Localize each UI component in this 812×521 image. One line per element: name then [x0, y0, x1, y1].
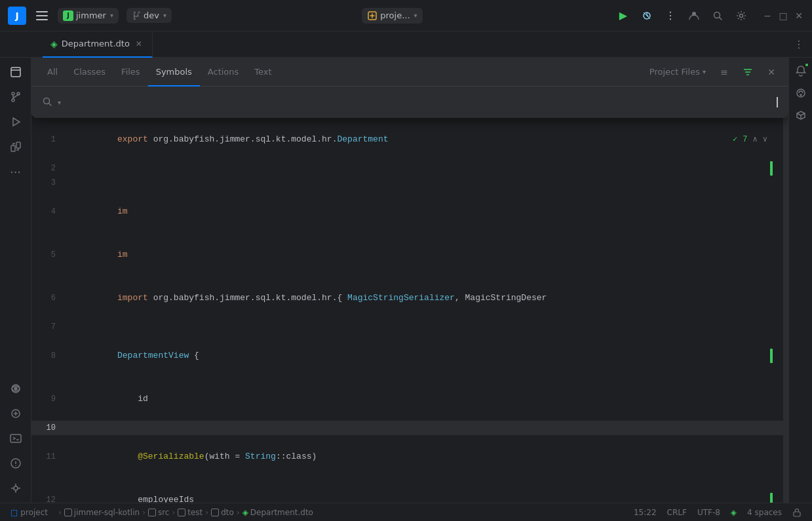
status-dto-icon-label: ◈ [731, 508, 737, 517]
filter-button[interactable] [739, 64, 757, 80]
status-project[interactable]: □ project [5, 503, 53, 522]
settings-button[interactable] [731, 5, 752, 26]
activity-bar: ··· [0, 58, 31, 503]
code-editor[interactable]: 1 export org.babyfish.jimmer.sql.kt.mode… [31, 58, 788, 503]
breadcrumb-file[interactable]: ◈ Department.dto [242, 508, 313, 517]
search-tabs: All Classes Files Symbols Actions Text [31, 58, 788, 87]
activity-git[interactable] [4, 476, 28, 500]
run-button[interactable]: ▶ [613, 5, 634, 26]
breadcrumb-sep-3: › [172, 508, 175, 517]
text-cursor [777, 97, 778, 107]
line-content-1: export org.babyfish.jimmer.sql.kt.model.… [66, 118, 389, 161]
hamburger-menu[interactable] [31, 5, 52, 26]
search-input-row: ▾ [31, 87, 788, 118]
search-button[interactable] [707, 5, 728, 26]
line-number-6: 6 [40, 291, 66, 305]
status-line-col[interactable]: 15:22 [628, 503, 662, 522]
branch-label: dev [144, 10, 159, 20]
search-tab-files[interactable]: Files [113, 58, 148, 87]
list-view-icon: ≡ [719, 67, 729, 77]
project-switcher[interactable]: proje... ▾ [362, 8, 422, 24]
status-right: 15:22 CRLF UTF-8 ◈ 4 spaces [628, 503, 807, 522]
user-label: jimmer [76, 10, 106, 20]
search-input[interactable] [64, 97, 777, 107]
breadcrumb-dto-icon [211, 509, 219, 516]
search-tab-all[interactable]: All [39, 58, 66, 87]
close-search-button[interactable]: ✕ [762, 64, 781, 80]
status-indent[interactable]: 4 spaces [742, 503, 787, 522]
activity-terminal[interactable] [4, 427, 28, 450]
tab-more-button[interactable]: ⋮ [794, 38, 812, 50]
breadcrumb-src[interactable]: src [148, 508, 170, 517]
breadcrumb-sep-5: › [237, 508, 240, 517]
search-tab-classes[interactable]: Classes [66, 58, 113, 87]
search-dropdown-icon[interactable]: ▾ [58, 99, 61, 106]
status-charset[interactable]: UTF-8 [692, 503, 725, 522]
close-button[interactable]: ✕ [794, 10, 804, 21]
status-crlf[interactable]: CRLF [662, 503, 692, 522]
more-options-button[interactable]: ⋮ [660, 5, 681, 26]
code-line-2: 2 [31, 161, 788, 176]
activity-build[interactable] [4, 402, 28, 425]
breadcrumb-sep-4: › [205, 508, 208, 517]
project-files-label: Project Files [649, 67, 700, 77]
activity-run[interactable] [4, 110, 28, 134]
right-plugin-button[interactable] [790, 105, 811, 126]
right-sidebar [788, 58, 812, 503]
tab-department-dto[interactable]: ◈ Department.dto ✕ [43, 31, 153, 58]
titlebar-actions: ▶ ⋮ [613, 5, 752, 26]
activity-more[interactable]: ··· [4, 160, 28, 183]
breadcrumb-dto[interactable]: dto [211, 508, 234, 517]
svg-point-17 [14, 486, 18, 490]
line-number-7: 7 [40, 320, 66, 334]
lock-icon [792, 508, 802, 517]
search-tab-text[interactable]: Text [246, 58, 279, 87]
search-left-icon [42, 96, 52, 109]
right-notifications-button[interactable] [790, 60, 811, 81]
branch-menu[interactable]: dev ▾ [126, 8, 172, 23]
status-line-col-label: 15:22 [634, 508, 657, 517]
status-crlf-label: CRLF [667, 508, 687, 517]
svg-point-7 [12, 99, 14, 102]
window-controls: − □ ✕ [762, 10, 804, 21]
tab-close-button[interactable]: ✕ [134, 39, 144, 49]
editor-scrollbar[interactable] [783, 58, 788, 503]
activity-vcs[interactable] [4, 85, 28, 109]
line-content-4: im [66, 190, 128, 233]
editor-area: All Classes Files Symbols Actions Text [31, 58, 788, 503]
activity-explorer[interactable] [4, 60, 28, 84]
list-view-button[interactable]: ≡ [715, 64, 733, 80]
filter-icon [743, 67, 753, 77]
right-ai-button[interactable] [790, 83, 811, 104]
code-line-12: 12 employeeIds [31, 478, 788, 503]
breadcrumb-src-icon [148, 509, 156, 516]
line-content-8: DepartmentView { [66, 334, 199, 377]
svg-rect-10 [11, 145, 15, 151]
minimize-button[interactable]: − [762, 10, 773, 21]
line-number-10: 10 [40, 421, 66, 435]
tab-label: Department.dto [62, 39, 130, 48]
search-tab-actions[interactable]: Actions [200, 58, 247, 87]
branch-chevron-icon: ▾ [163, 12, 166, 19]
svg-point-20 [800, 94, 802, 96]
account-button[interactable] [684, 5, 705, 26]
user-menu[interactable]: J jimmer ▾ [58, 8, 119, 24]
status-project-label: project [20, 508, 48, 517]
activity-problems[interactable] [4, 452, 28, 475]
project-files-dropdown[interactable]: Project Files ▾ [646, 64, 710, 79]
status-dto-icon[interactable]: ◈ [725, 503, 742, 522]
tab-file-icon: ◈ [50, 39, 58, 49]
breadcrumb-vcs[interactable]: jimmer-sql-kotlin [64, 508, 140, 517]
line-number-11: 11 [40, 450, 66, 464]
maximize-button[interactable]: □ [778, 10, 788, 21]
line-number-12: 12 [40, 493, 66, 503]
breadcrumb-sep-1: › [58, 508, 62, 517]
activity-plugins[interactable] [4, 135, 28, 159]
svg-rect-21 [794, 512, 800, 516]
status-charset-label: UTF-8 [697, 508, 720, 517]
status-lock[interactable] [787, 503, 807, 522]
search-tab-symbols[interactable]: Symbols [148, 58, 200, 87]
debug-button[interactable] [636, 5, 657, 26]
breadcrumb-test[interactable]: test [178, 508, 203, 517]
activity-watch[interactable] [4, 377, 28, 400]
